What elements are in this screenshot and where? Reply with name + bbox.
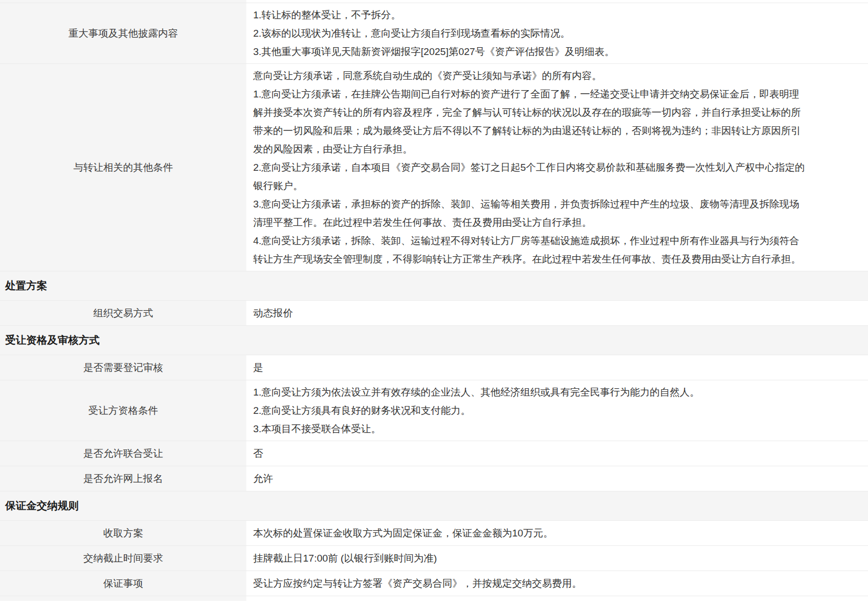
row-value-line: 意向受让方须承诺，同意系统自动生成的《资产受让须知与承诺》的所有内容。 (253, 67, 808, 85)
row-value-line: 3.意向受让方须承诺，承担标的资产的拆除、装卸、运输等相关费用，并负责拆除过程中… (253, 195, 808, 232)
row-value: 允许 (246, 466, 868, 491)
row-value-line: 是 (253, 358, 808, 377)
row-value-line: 3.本项目不接受联合体受让。 (253, 420, 808, 438)
row-label: 是否允许联合受让 (0, 441, 246, 466)
table-row: 与转让相关的其他条件意向受让方须承诺，同意系统自动生成的《资产受让须知与承诺》的… (0, 63, 868, 271)
section-title: 处置方案 (5, 279, 47, 293)
row-value-line: 2.意向受让方须承诺，自本项目《资产交易合同》签订之日起5个工作日内将交易价款和… (253, 158, 808, 195)
section-title: 保证金交纳规则 (5, 499, 79, 513)
row-label: 受让方资格条件 (0, 380, 246, 441)
row-label: 交纳截止时间要求 (0, 546, 246, 571)
asset-detail-table: 重大事项及其他披露内容1.转让标的整体受让，不予拆分。2.该标的以现状为准转让，… (0, 0, 868, 601)
row-label: 是否需要登记审核 (0, 355, 246, 380)
row-value-line: 挂牌截止日17:00前 (以银行到账时间为准) (253, 549, 808, 567)
section-header-row: 处置方案 (0, 271, 868, 300)
row-value-line: 本次标的处置保证金收取方式为固定保证金，保证金金额为10万元。 (253, 524, 808, 542)
row-label: 是否允许网上报名 (0, 466, 246, 491)
row-value-line: 受让方应按约定与转让方签署《资产交易合同》，并按规定交纳交易费用。 (253, 574, 808, 593)
row-value-line: 1.意向受让方须承诺，在挂牌公告期间已自行对标的资产进行了全面了解，一经递交受让… (253, 85, 808, 158)
row-value: 1.意向受让方须为依法设立并有效存续的企业法人、其他经济组织或具有完全民事行为能… (246, 380, 868, 441)
row-label: 与转让相关的其他条件 (0, 64, 246, 271)
cropped-next-row-label (0, 596, 246, 601)
table-row: 重大事项及其他披露内容1.转让标的整体受让，不予拆分。2.该标的以现状为准转让，… (0, 3, 868, 63)
cropped-previous-row (0, 0, 868, 3)
row-value-line: 动态报价 (253, 304, 808, 322)
asset-listing-detail-page: 重大事项及其他披露内容1.转让标的整体受让，不予拆分。2.该标的以现状为准转让，… (0, 0, 868, 603)
row-value-line: 3.其他重大事项详见天陆新资评烟报字[2025]第027号《资产评估报告》及明细… (253, 42, 808, 61)
row-value: 挂牌截止日17:00前 (以银行到账时间为准) (246, 546, 868, 571)
row-value: 受让方应按约定与转让方签署《资产交易合同》，并按规定交纳交易费用。 (246, 571, 868, 596)
row-value: 动态报价 (246, 301, 868, 325)
row-value-line: 否 (253, 444, 808, 463)
row-value: 1.转让标的整体受让，不予拆分。2.该标的以现状为准转让，意向受让方须自行到现场… (246, 3, 868, 63)
row-value-line: 1.意向受让方须为依法设立并有效存续的企业法人、其他经济组织或具有完全民事行为能… (253, 383, 808, 401)
row-value: 意向受让方须承诺，同意系统自动生成的《资产受让须知与承诺》的所有内容。1.意向受… (246, 64, 868, 271)
cropped-next-row (0, 596, 868, 601)
row-value: 是 (246, 355, 868, 380)
cropped-previous-row-value (246, 0, 868, 3)
row-value: 本次标的处置保证金收取方式为固定保证金，保证金金额为10万元。 (246, 521, 868, 545)
table-row: 保证事项受让方应按约定与转让方签署《资产交易合同》，并按规定交纳交易费用。 (0, 571, 868, 596)
table-row: 是否需要登记审核是 (0, 355, 868, 380)
row-value-line: 1.转让标的整体受让，不予拆分。 (253, 6, 808, 24)
table-row: 组织交易方式动态报价 (0, 300, 868, 325)
row-label: 保证事项 (0, 571, 246, 596)
cropped-next-row-value (246, 596, 868, 601)
table-rows-container: 重大事项及其他披露内容1.转让标的整体受让，不予拆分。2.该标的以现状为准转让，… (0, 3, 868, 596)
table-row: 收取方案本次标的处置保证金收取方式为固定保证金，保证金金额为10万元。 (0, 520, 868, 545)
row-value-line: 4.意向受让方须承诺，拆除、装卸、运输过程不得对转让方厂房等基础设施造成损坏，作… (253, 232, 808, 268)
row-label: 组织交易方式 (0, 301, 246, 325)
row-value-line: 2.意向受让方须具有良好的财务状况和支付能力。 (253, 401, 808, 420)
row-label: 收取方案 (0, 521, 246, 545)
table-row: 是否允许联合受让否 (0, 441, 868, 466)
table-row: 受让方资格条件1.意向受让方须为依法设立并有效存续的企业法人、其他经济组织或具有… (0, 380, 868, 441)
section-header-row: 保证金交纳规则 (0, 491, 868, 520)
row-label: 重大事项及其他披露内容 (0, 3, 246, 63)
table-row: 是否允许网上报名允许 (0, 466, 868, 491)
table-row: 交纳截止时间要求挂牌截止日17:00前 (以银行到账时间为准) (0, 545, 868, 571)
row-value-line: 允许 (253, 469, 808, 488)
section-header-row: 受让资格及审核方式 (0, 325, 868, 355)
section-title: 受让资格及审核方式 (5, 333, 100, 347)
row-value-line: 2.该标的以现状为准转让，意向受让方须自行到现场查看标的实际情况。 (253, 24, 808, 42)
row-value: 否 (246, 441, 868, 466)
cropped-previous-row-label (0, 0, 246, 3)
